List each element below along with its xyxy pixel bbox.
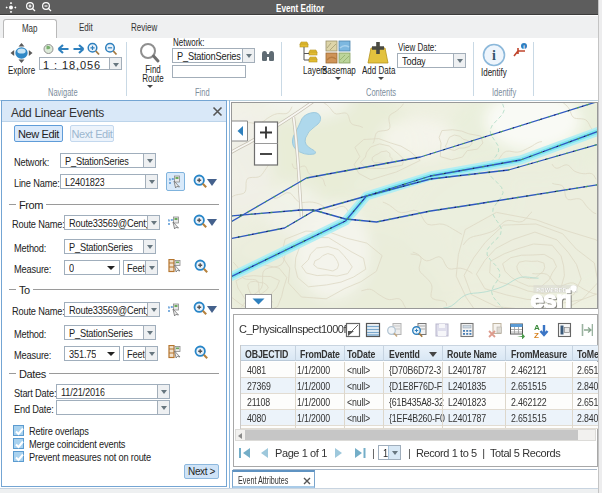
svg-text:i: i: [492, 48, 496, 63]
svg-text:esri: esri: [531, 286, 572, 308]
svg-text:Z: Z: [534, 331, 539, 339]
